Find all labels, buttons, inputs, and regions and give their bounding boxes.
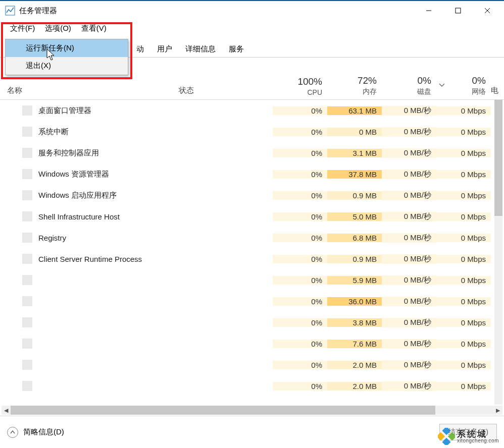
process-cpu: 0% [273, 340, 327, 348]
header-name[interactable]: 名称 [0, 86, 179, 99]
scrollbar-thumb[interactable] [11, 406, 435, 415]
footer: 简略信息(D) 结束任务(E) [0, 416, 504, 448]
vertical-scrollbar[interactable] [494, 100, 502, 405]
watermark-logo-icon [438, 428, 455, 445]
process-memory: 3.1 MB [327, 149, 382, 157]
table-row[interactable]: 0%7.6 MB0 MB/秒0 Mbps [0, 333, 495, 354]
table-row[interactable]: Windows 启动应用程序0%0.9 MB0 MB/秒0 Mbps [0, 185, 495, 206]
process-network: 0 Mbps [436, 297, 491, 306]
process-cpu: 0% [273, 191, 327, 200]
tab-details[interactable]: 详细信息 [180, 41, 221, 57]
process-name: 系统中断 [0, 127, 179, 137]
minimize-icon [426, 8, 432, 14]
chevron-down-icon[interactable] [436, 79, 447, 87]
header-memory[interactable]: 72% 内存 [327, 67, 382, 99]
titlebar: 任务管理器 [0, 0, 504, 20]
watermark-text: 系统城 [457, 430, 499, 438]
process-icon [22, 127, 32, 137]
tab-startup-tail[interactable]: 动 [131, 41, 149, 57]
menu-exit[interactable]: 退出(X) [6, 57, 128, 75]
scrollbar-thumb[interactable] [494, 100, 502, 216]
process-network: 0 Mbps [436, 318, 491, 327]
process-disk: 0 MB/秒 [382, 191, 436, 200]
table-row[interactable]: 0%3.8 MB0 MB/秒0 Mbps [0, 312, 495, 333]
table-row[interactable]: Registry0%6.8 MB0 MB/秒0 Mbps [0, 227, 495, 248]
process-disk: 0 MB/秒 [382, 297, 436, 306]
header-disk[interactable]: 0% 磁盘 [382, 67, 436, 99]
svg-rect-5 [442, 428, 450, 435]
scroll-right-icon[interactable]: ▶ [493, 406, 502, 415]
horizontal-scrollbar[interactable]: ◀ ▶ [2, 406, 502, 415]
process-network: 0 Mbps [436, 212, 491, 221]
header-cpu[interactable]: 100% CPU [273, 67, 327, 99]
process-memory: 63.1 MB [327, 106, 382, 115]
svg-rect-6 [448, 432, 455, 441]
process-icon [22, 275, 32, 285]
process-cpu: 0% [273, 106, 327, 115]
process-memory: 2.0 MB [327, 361, 382, 369]
header-memory-pct: 72% [358, 75, 377, 86]
table-row[interactable]: 服务和控制器应用0%3.1 MB0 MB/秒0 Mbps [0, 142, 495, 163]
process-name: Client Server Runtime Process [0, 254, 179, 264]
menu-run-new-task[interactable]: 运行新任务(N) [6, 39, 128, 57]
table-row[interactable]: Windows 资源管理器0%37.8 MB0 MB/秒0 Mbps [0, 163, 495, 185]
process-icon [22, 148, 32, 158]
process-disk: 0 MB/秒 [382, 233, 436, 243]
process-name: Registry [0, 233, 179, 243]
process-disk: 0 MB/秒 [382, 254, 436, 264]
process-icon [22, 233, 32, 243]
process-cpu: 0% [273, 276, 327, 285]
process-name [0, 275, 179, 285]
table-row[interactable]: Client Server Runtime Process0%0.9 MB0 M… [0, 248, 495, 269]
table-row[interactable]: 桌面窗口管理器0%63.1 MB0 MB/秒0 Mbps [0, 100, 495, 121]
header-power-tail[interactable]: 电 [491, 86, 501, 99]
process-memory: 37.8 MB [327, 170, 382, 179]
process-name: Windows 启动应用程序 [0, 190, 179, 200]
process-network: 0 Mbps [436, 191, 491, 200]
menu-options[interactable]: 选项(O) [40, 22, 76, 35]
process-network: 0 Mbps [436, 340, 491, 348]
process-disk: 0 MB/秒 [382, 148, 436, 158]
process-icon [22, 254, 32, 264]
process-name [0, 381, 179, 391]
maximize-button[interactable] [443, 1, 473, 21]
brief-info-toggle[interactable]: 简略信息(D) [7, 427, 64, 438]
header-status[interactable]: 状态 [179, 86, 273, 99]
menubar: 文件(F) 选项(O) 查看(V) [0, 20, 504, 36]
process-memory: 0.9 MB [327, 255, 382, 263]
process-disk: 0 MB/秒 [382, 360, 436, 370]
process-memory: 0.9 MB [327, 191, 382, 200]
close-button[interactable] [473, 1, 502, 21]
header-cpu-pct: 100% [297, 76, 322, 87]
brief-info-label: 简略信息(D) [23, 427, 64, 437]
process-network: 0 Mbps [436, 170, 491, 179]
tab-users[interactable]: 用户 [152, 41, 177, 57]
table-row[interactable]: 系统中断0%0 MB0 MB/秒0 Mbps [0, 121, 495, 142]
header-memory-label: 内存 [363, 87, 377, 96]
menu-file[interactable]: 文件(F) [5, 22, 40, 35]
scroll-left-icon[interactable]: ◀ [2, 406, 11, 415]
process-network: 0 Mbps [436, 255, 491, 263]
svg-rect-8 [442, 438, 450, 445]
header-network[interactable]: 0% 网络 [447, 67, 491, 99]
process-name [0, 317, 179, 327]
svg-rect-2 [456, 8, 461, 13]
tab-services[interactable]: 服务 [224, 41, 249, 57]
minimize-button[interactable] [414, 1, 443, 21]
process-disk: 0 MB/秒 [382, 106, 436, 116]
table-row[interactable]: 0%5.9 MB0 MB/秒0 Mbps [0, 269, 495, 291]
table-row[interactable]: Shell Infrastructure Host0%5.0 MB0 MB/秒0… [0, 206, 495, 227]
table-row[interactable]: 0%2.0 MB0 MB/秒0 Mbps [0, 375, 495, 397]
table-row[interactable]: 0%36.0 MB0 MB/秒0 Mbps [0, 291, 495, 312]
process-disk: 0 MB/秒 [382, 339, 436, 349]
process-icon [22, 211, 32, 221]
process-network: 0 Mbps [436, 276, 491, 285]
process-memory: 0 MB [327, 128, 382, 136]
process-cpu: 0% [273, 212, 327, 221]
process-cpu: 0% [273, 255, 327, 263]
process-cpu: 0% [273, 382, 327, 390]
menu-view[interactable]: 查看(V) [76, 22, 112, 35]
process-network: 0 Mbps [436, 361, 491, 369]
file-dropdown: 运行新任务(N) 退出(X) [5, 39, 128, 75]
table-row[interactable]: 0%2.0 MB0 MB/秒0 Mbps [0, 354, 495, 375]
